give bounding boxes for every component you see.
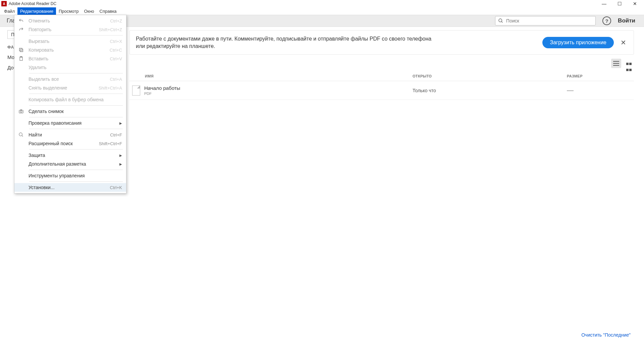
menu-item-label: Инструменты управления [29,173,122,178]
close-button[interactable]: ✕ [627,0,643,7]
menu-item-15[interactable]: Проверка правописания▶ [14,119,126,127]
menu-item-label: Удалить [29,65,122,70]
col-name-header[interactable]: ИМЯ [129,74,413,78]
menu-item-4: КопироватьCtrl+C [14,46,126,54]
window-title: Adobe Acrobat Reader DC [9,1,56,6]
menu-item-label: Установки... [29,185,110,190]
svg-point-0 [499,19,502,22]
menu-separator [29,117,123,117]
table-header: ИМЯ ОТКРЫТО РАЗМЕР [129,71,634,81]
search-input[interactable] [506,18,593,23]
file-type: PDF [144,92,413,96]
menu-item-shortcut: Shift+Ctrl+A [99,85,122,91]
menu-item-9: Снять выделениеShift+Ctrl+A [14,83,126,92]
menu-item-23[interactable]: Инструменты управления [14,171,126,180]
col-size-header[interactable]: РАЗМЕР [567,74,634,78]
menu-separator [29,94,123,94]
menu-view[interactable]: Просмотр [56,7,81,15]
search-box[interactable] [495,16,596,25]
menu-item-shortcut: Ctrl+K [110,185,122,190]
svg-point-7 [20,111,22,112]
file-name: Начало работы [144,85,413,91]
file-opened: Только что [413,88,567,93]
menu-item-label: Проверка правописания [29,120,117,126]
help-button[interactable]: ? [602,16,611,25]
menu-item-25[interactable]: Установки...Ctrl+K [14,183,126,192]
menu-item-0: ОтменитьCtrl+Z [14,16,126,25]
menu-item-shortcut: Ctrl+F [110,132,122,137]
file-size: — [567,87,634,94]
svg-rect-3 [19,48,22,51]
titlebar: A Adobe Acrobat Reader DC — ☐ ✕ [0,0,644,7]
grid-view-button[interactable] [624,59,634,68]
menu-item-label: Сделать снимок [29,109,122,114]
menu-item-8: Выделить всеCtrl+A [14,75,126,83]
promo-close-button[interactable]: ✕ [619,37,628,48]
clear-recent-link[interactable]: Очистить "Последние" [581,332,631,338]
menu-item-label: Вырезать [29,39,110,44]
menu-item-5: ВставитьCtrl+V [14,54,126,63]
col-opened-header[interactable]: ОТКРЫТО [413,74,567,78]
copy-icon [18,47,29,53]
menu-item-label: Отменить [29,18,110,23]
list-header [129,59,634,68]
menu-item-label: Копировать [29,47,110,53]
menu-edit[interactable]: Редактирование [17,7,56,15]
menu-item-shortcut: Shift+Ctrl+F [99,141,122,146]
menu-separator [29,35,123,36]
menu-separator [29,73,123,73]
submenu-arrow-icon: ▶ [119,162,122,166]
app-logo-icon: A [1,1,7,6]
menu-item-6: Удалить [14,63,126,72]
menu-item-label: Повторить [29,27,99,32]
menu-item-13[interactable]: Сделать снимок [14,107,126,116]
svg-line-9 [22,135,23,136]
menu-item-label: Расширенный поиск [29,141,99,146]
search-icon [18,132,29,137]
menu-separator [29,149,123,150]
menu-item-17[interactable]: НайтиCtrl+F [14,130,126,139]
menu-item-1: ПовторитьShift+Ctrl+Z [14,25,126,34]
menu-item-label: Защита [29,153,117,158]
submenu-arrow-icon: ▶ [119,154,122,157]
menu-item-shortcut: Ctrl+X [110,39,122,44]
menu-item-label: Снять выделение [29,85,99,91]
menu-item-20[interactable]: Защита▶ [14,151,126,160]
paste-icon [18,56,29,61]
menubar: Файл Редактирование Просмотр Окно Справк… [0,7,644,15]
menu-help[interactable]: Справка [97,7,119,15]
menu-item-18[interactable]: Расширенный поискShift+Ctrl+F [14,139,126,148]
menu-item-shortcut: Ctrl+C [110,48,122,53]
menu-item-shortcut: Ctrl+Z [110,18,122,23]
menu-item-label: Найти [29,132,110,137]
menu-separator [29,181,123,182]
sign-in-button[interactable]: Войти [618,17,635,24]
svg-point-8 [19,133,22,136]
menu-item-label: Дополнительная разметка [29,161,117,167]
list-view-button[interactable] [611,59,621,68]
minimize-button[interactable]: — [596,0,612,7]
svg-line-1 [501,21,502,22]
menu-item-shortcut: Shift+Ctrl+Z [99,27,122,32]
menu-item-11: Копировать файл в буфер обмена [14,95,126,104]
menu-item-3: ВырезатьCtrl+X [14,37,126,46]
maximize-button[interactable]: ☐ [612,0,627,7]
menu-item-label: Вставить [29,56,110,61]
edit-menu-dropdown: ОтменитьCtrl+ZПовторитьShift+Ctrl+ZВырез… [14,15,126,193]
promo-text: Работайте с документами даже в пути. Ком… [136,35,431,50]
menu-file[interactable]: Файл [1,7,17,15]
undo-icon [18,18,29,23]
menu-item-shortcut: Ctrl+V [110,56,122,61]
menu-item-21[interactable]: Дополнительная разметка▶ [14,160,126,168]
search-icon [498,18,503,23]
redo-icon [18,27,29,32]
promo-banner: Работайте с документами даже в пути. Ком… [129,30,634,55]
menu-window[interactable]: Окно [81,7,97,15]
table-row[interactable]: Начало работы PDF Только что — [129,81,634,100]
menu-separator [29,129,123,129]
download-app-button[interactable]: Загрузить приложение [542,37,614,48]
menu-item-label: Выделить все [29,76,110,82]
list-icon [613,61,619,66]
submenu-arrow-icon: ▶ [119,121,122,125]
menu-separator [29,105,123,106]
